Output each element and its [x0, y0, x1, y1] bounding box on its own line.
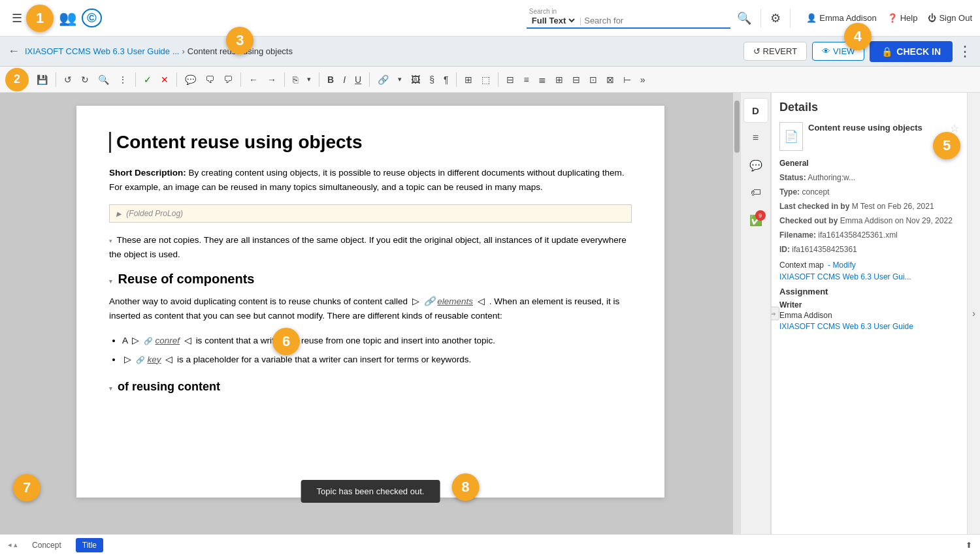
paste-button[interactable]: ▾ [303, 72, 315, 86]
comment-button[interactable]: 💬 [181, 72, 200, 87]
more-options-button[interactable]: ⋮ [958, 43, 972, 60]
step-badge-4: 4 [844, 23, 872, 50]
italic-button[interactable]: I [339, 72, 350, 87]
writer-name: Emma Addison [779, 311, 959, 320]
main-layout: Content reuse using objects Short Descri… [0, 93, 980, 534]
expand-right-button[interactable]: › [967, 93, 980, 534]
scrollbar-track[interactable] [733, 93, 741, 534]
role-label: Writer [779, 300, 959, 309]
step-badge-2: 2 [5, 68, 29, 91]
badge-count: 9 [755, 210, 766, 221]
assignment-link[interactable]: IXIASOFT CCMS Web 6.3 User Guide [779, 322, 913, 331]
heading-reuse: ▾ Reuse of components [109, 272, 632, 287]
save-button[interactable]: 💾 [33, 72, 52, 87]
table2-button[interactable]: ⊟ [568, 72, 584, 87]
ordered-list-button[interactable]: ≡ [519, 72, 532, 87]
step-badge-3: 3 [226, 27, 253, 54]
link-icon-key: 🔗 [136, 356, 145, 364]
resize-handle[interactable]: ⟺ [771, 307, 779, 321]
review-comment-button[interactable]: 🗩 [220, 72, 237, 87]
triangle-icon-1: ▾ [109, 238, 112, 244]
bold-button[interactable]: B [323, 72, 338, 87]
concept-tab[interactable]: Concept [25, 538, 68, 552]
table3-button[interactable]: ⊡ [585, 72, 601, 87]
doc-title: Content reuse using objects [808, 122, 945, 134]
tri-right-1: ◁ [184, 336, 191, 345]
title-tab[interactable]: Title [76, 538, 103, 552]
help-button[interactable]: ❓ Help [887, 13, 918, 23]
image-button[interactable]: 🖼 [407, 72, 424, 87]
toolbar-more-button[interactable]: ⋮ [114, 72, 131, 87]
copy-button[interactable]: ⎘ [289, 72, 302, 87]
inline-comment-button[interactable]: 🗨 [201, 72, 218, 87]
filename-row: Filename: ifa1614358425361.xml [779, 229, 959, 241]
details-panel: ⟺ Details 📄 Content reuse using objects … [771, 93, 967, 534]
step-badge-1: 1 [26, 5, 54, 32]
lock-icon: 🔒 [881, 46, 892, 57]
nav-back-button[interactable]: ← [245, 72, 262, 87]
triangle-right: ◁ [478, 296, 485, 306]
doc-thumbnail: 📄 [779, 122, 803, 151]
indent-button[interactable]: ⊟ [502, 72, 518, 87]
accept-button[interactable]: ✓ [140, 72, 155, 87]
hamburger-menu[interactable]: ☰ [8, 8, 26, 28]
expand-bottom-button[interactable]: ⬆ [966, 541, 972, 550]
editor-container: Content reuse using objects Short Descri… [0, 93, 741, 534]
conref-button[interactable]: ⬚ [478, 72, 494, 87]
step-badge-8: 8 [451, 473, 479, 501]
paragraph-button[interactable]: ¶ [440, 72, 453, 87]
folded-prolog[interactable]: ▶ (Folded ProLog) [109, 204, 632, 223]
side-icons-panel: D ≡ 💬 🏷 ✅ 9 [741, 93, 771, 534]
tri-left-1: ▷ [132, 336, 139, 345]
expand-icon: ⬆ [966, 541, 972, 550]
nav-forward-button[interactable]: → [263, 72, 280, 87]
link-dropdown-button[interactable]: ▾ [394, 72, 406, 86]
breadcrumb-parent[interactable]: IXIASOFT CCMS Web 6.3 User Guide ... [25, 46, 179, 56]
step-badge-6: 6 [272, 328, 300, 355]
search-button[interactable]: 🔍 [733, 8, 755, 28]
last-checked-row: Last checked in by M Test on Feb 26, 202… [779, 200, 959, 212]
editor-toolbar: 2 💾 ↺ ↻ 🔍 ⋮ ✓ ✕ 💬 🗨 🗩 ← → ⎘ ▾ B I U 🔗 ▾ … [0, 67, 980, 93]
expand-toolbar-button[interactable]: » [636, 72, 649, 87]
structure-view-button[interactable]: ≡ [743, 125, 768, 150]
triangle-left: ▷ [412, 296, 419, 306]
checklist-panel-button[interactable]: ✅ 9 [743, 208, 768, 232]
table5-button[interactable]: ⊢ [619, 72, 635, 87]
redo-button[interactable]: ↻ [77, 72, 93, 87]
link-icon-elements: 🔗 [424, 296, 435, 306]
user-button[interactable]: 👤 Emma Addison [806, 13, 876, 23]
link-button[interactable]: 🔗 [374, 72, 393, 87]
tag-panel-button[interactable]: 🏷 [743, 180, 768, 205]
doc-header-row: 📄 Content reuse using objects ☆ 5 [779, 122, 959, 151]
back-button[interactable]: ← [8, 44, 20, 58]
table4-button[interactable]: ⊠ [602, 72, 618, 87]
reject-button[interactable]: ✕ [157, 72, 172, 87]
modify-link[interactable]: - Modify [828, 261, 856, 270]
breadcrumb-separator: › [182, 46, 184, 56]
zoom-button[interactable]: 🔍 [94, 72, 113, 87]
comment-panel-button[interactable]: 💬 [743, 153, 768, 178]
revert-button[interactable]: ↺ REVERT [743, 42, 808, 61]
checkin-button[interactable]: 🔒 CHECK IN [870, 41, 953, 62]
undo-button[interactable]: ↺ [60, 72, 76, 87]
context-map-section: Context map - Modify IXIASOFT CCMS Web 6… [779, 261, 959, 281]
table-button[interactable]: ⊞ [551, 72, 567, 87]
insert-element-button[interactable]: ⊞ [461, 72, 476, 87]
section-button[interactable]: § [425, 72, 438, 87]
unordered-list-button[interactable]: ≣ [534, 72, 550, 87]
context-map-link[interactable]: IXIASOFT CCMS Web 6.3 User Gui... [779, 272, 959, 281]
search-in-select[interactable]: Full Text [529, 15, 577, 26]
filter-button[interactable]: ⚙ [766, 8, 785, 28]
underline-button[interactable]: U [351, 72, 365, 87]
signout-button[interactable]: ⏻ Sign Out [928, 13, 972, 23]
fold-arrow: ▶ [116, 210, 122, 217]
general-label: General [779, 159, 959, 168]
para-components: Another way to avoid duplicating content… [109, 294, 632, 323]
type-row: Type: concept [779, 186, 959, 198]
search-input[interactable] [584, 16, 728, 25]
bullet-item-conref: A ▷ 🔗 conref ◁ is content that a writer … [122, 334, 632, 349]
assignment-label: Assignment [779, 287, 959, 296]
tri-right-2: ◁ [165, 355, 172, 364]
scrollbar-thumb[interactable] [734, 101, 740, 153]
details-panel-button[interactable]: D [743, 98, 768, 123]
